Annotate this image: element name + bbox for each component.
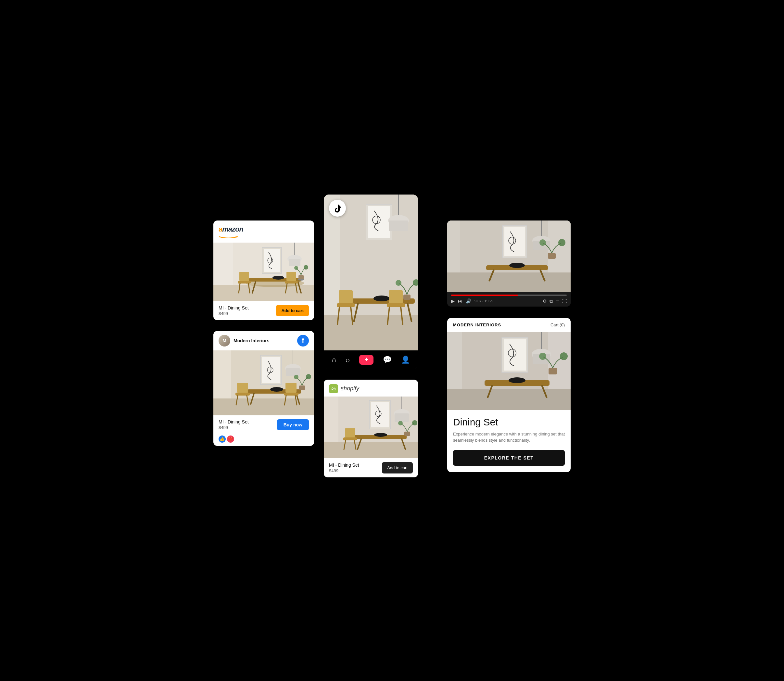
svg-rect-126 [548, 368, 557, 374]
amazon-logo: amazon [219, 225, 309, 233]
svg-point-14 [272, 276, 284, 280]
shopify-wordmark: shopify [341, 385, 359, 392]
tiktok-furniture-svg [324, 195, 418, 350]
shopify-price: $499 [329, 468, 359, 473]
svg-rect-9 [289, 259, 301, 266]
youtube-progress-fill [451, 295, 518, 296]
youtube-fullscreen-icon[interactable]: ⛶ [562, 298, 567, 304]
svg-rect-92 [404, 432, 410, 436]
amazon-card: amazon [213, 220, 314, 320]
explore-set-button[interactable]: EXPLORE THE SET [453, 450, 565, 466]
facebook-product-image [213, 350, 314, 415]
store-furniture-svg [447, 332, 571, 410]
svg-point-49 [294, 375, 298, 379]
store-product-image [447, 332, 571, 410]
tiktok-home-icon[interactable]: ⌂ [332, 356, 336, 364]
facebook-product-info: MI - Dining Set $499 [219, 419, 249, 430]
svg-point-26 [304, 265, 308, 269]
youtube-furniture-svg [447, 220, 571, 292]
svg-point-111 [558, 239, 565, 246]
facebook-reactions: 👍 ❤️ [213, 434, 314, 446]
youtube-left-controls: ▶ ⏭ 🔊 9:07 / 15:29 [451, 298, 493, 304]
tiktok-search-icon[interactable]: ⌕ [345, 356, 350, 364]
svg-rect-100 [504, 227, 525, 256]
facebook-avatar: M [219, 335, 230, 347]
facebook-footer: MI - Dining Set $499 Buy now [213, 415, 314, 434]
youtube-skip-icon[interactable]: ⏭ [458, 298, 462, 304]
store-content: Dining Set Experience modern elegance wi… [447, 410, 571, 472]
svg-point-93 [398, 421, 403, 425]
facebook-card: M Modern Interiors f [213, 331, 314, 446]
svg-rect-65 [339, 290, 353, 303]
svg-point-127 [539, 353, 546, 360]
tiktok-messages-icon[interactable]: 💬 [383, 356, 392, 364]
svg-point-128 [560, 352, 568, 360]
svg-rect-109 [548, 253, 556, 259]
youtube-video-image [447, 220, 571, 292]
facebook-icon: f [297, 335, 309, 347]
tiktok-create-button[interactable]: + [359, 355, 374, 365]
facebook-furniture-svg [213, 350, 314, 415]
shopify-add-to-cart-button[interactable]: Add to cart [382, 462, 413, 474]
svg-rect-89 [345, 428, 355, 437]
svg-rect-15 [238, 281, 251, 283]
svg-rect-59 [389, 220, 408, 231]
youtube-card: ▶ ⏭ 🔊 9:07 / 15:29 ⚙ ⧉ ▭ ⛶ [447, 220, 571, 307]
amazon-add-to-cart-button[interactable]: Add to cart [276, 305, 309, 316]
facebook-header: M Modern Interiors f [213, 331, 314, 350]
svg-rect-48 [299, 385, 305, 390]
tiktok-feed-image [324, 195, 418, 350]
svg-point-87 [374, 433, 387, 437]
svg-rect-35 [286, 368, 300, 376]
amazon-product-image [213, 242, 314, 301]
svg-point-63 [374, 296, 390, 301]
amazon-footer: MI - Dining Set $499 Add to cart [213, 301, 314, 320]
svg-point-125 [508, 377, 526, 383]
shopify-store-card: MODERN INTERIORS Cart (0) [447, 318, 571, 472]
svg-rect-68 [387, 303, 405, 307]
svg-point-110 [539, 239, 546, 246]
svg-rect-83 [394, 413, 409, 422]
svg-rect-115 [447, 389, 571, 410]
svg-rect-24 [298, 275, 304, 279]
scene: amazon [213, 195, 571, 487]
svg-rect-16 [239, 272, 249, 281]
amazon-header: amazon [213, 220, 314, 242]
love-reaction: ❤️ [227, 436, 234, 443]
tiktok-logo [329, 200, 346, 217]
youtube-settings-icon[interactable]: ⚙ [543, 298, 547, 304]
svg-point-94 [412, 420, 417, 425]
svg-rect-41 [237, 383, 248, 393]
svg-rect-55 [368, 206, 390, 238]
svg-point-108 [509, 263, 525, 268]
store-cart-count[interactable]: Cart (0) [551, 323, 565, 327]
svg-point-50 [306, 374, 311, 379]
youtube-progress-bar[interactable] [451, 295, 567, 296]
svg-rect-69 [389, 290, 403, 303]
svg-point-25 [294, 266, 298, 270]
store-product-title: Dining Set [453, 417, 565, 428]
youtube-pip-icon[interactable]: ⧉ [550, 298, 553, 304]
store-description: Experience modern elegance with a stunni… [453, 431, 565, 443]
svg-rect-20 [287, 272, 296, 281]
svg-rect-88 [343, 437, 357, 440]
youtube-volume-icon[interactable]: 🔊 [466, 298, 471, 304]
tiktok-card: ⌂ ⌕ + 💬 👤 [324, 195, 418, 369]
shopify-footer: MI - Dining Set $499 Add to cart [324, 458, 418, 477]
youtube-play-icon[interactable]: ▶ [451, 298, 455, 304]
shopify-furniture-svg [324, 396, 418, 458]
tiktok-profile-icon[interactable]: 👤 [401, 356, 410, 364]
store-header: MODERN INTERIORS Cart (0) [447, 318, 571, 332]
youtube-right-controls: ⚙ ⧉ ▭ ⛶ [543, 298, 567, 304]
svg-rect-72 [403, 295, 410, 300]
youtube-controls: ▶ ⏭ 🔊 9:07 / 15:29 ⚙ ⧉ ▭ ⛶ [447, 292, 571, 307]
facebook-product-name: MI - Dining Set [219, 419, 249, 424]
amazon-furniture-svg [213, 242, 314, 301]
youtube-time: 9:07 / 15:29 [475, 299, 493, 303]
shopify-header: 🛍 shopify [324, 380, 418, 396]
youtube-theater-icon[interactable]: ▭ [555, 298, 559, 304]
facebook-buy-now-button[interactable]: Buy now [277, 419, 309, 430]
shopify-bag-icon: 🛍 [329, 384, 338, 393]
tiktok-navigation: ⌂ ⌕ + 💬 👤 [324, 350, 418, 369]
svg-rect-98 [447, 272, 571, 292]
